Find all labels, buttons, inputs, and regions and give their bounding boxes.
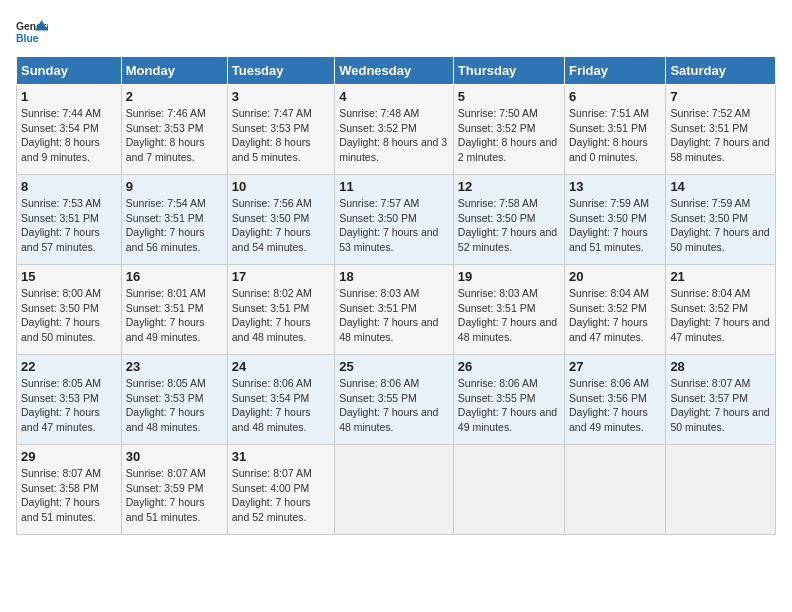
day-info: Sunrise: 8:04 AMSunset: 3:52 PMDaylight:… [670, 287, 769, 343]
day-number: 23 [126, 359, 223, 374]
day-number: 31 [232, 449, 330, 464]
day-number: 26 [458, 359, 560, 374]
day-number: 8 [21, 179, 117, 194]
day-info: Sunrise: 8:05 AMSunset: 3:53 PMDaylight:… [126, 377, 206, 433]
week-row-4: 22 Sunrise: 8:05 AMSunset: 3:53 PMDaylig… [17, 355, 776, 445]
day-number: 27 [569, 359, 661, 374]
calendar-cell [335, 445, 454, 535]
week-row-5: 29 Sunrise: 8:07 AMSunset: 3:58 PMDaylig… [17, 445, 776, 535]
calendar-cell [666, 445, 776, 535]
day-number: 30 [126, 449, 223, 464]
day-number: 21 [670, 269, 771, 284]
calendar-cell: 24 Sunrise: 8:06 AMSunset: 3:54 PMDaylig… [227, 355, 334, 445]
day-info: Sunrise: 7:51 AMSunset: 3:51 PMDaylight:… [569, 107, 649, 163]
calendar-cell: 5 Sunrise: 7:50 AMSunset: 3:52 PMDayligh… [453, 85, 564, 175]
day-info: Sunrise: 8:07 AMSunset: 3:57 PMDaylight:… [670, 377, 769, 433]
day-info: Sunrise: 7:44 AMSunset: 3:54 PMDaylight:… [21, 107, 101, 163]
calendar-cell: 23 Sunrise: 8:05 AMSunset: 3:53 PMDaylig… [121, 355, 227, 445]
day-number: 22 [21, 359, 117, 374]
calendar-cell: 9 Sunrise: 7:54 AMSunset: 3:51 PMDayligh… [121, 175, 227, 265]
calendar-cell: 19 Sunrise: 8:03 AMSunset: 3:51 PMDaylig… [453, 265, 564, 355]
day-info: Sunrise: 8:04 AMSunset: 3:52 PMDaylight:… [569, 287, 649, 343]
calendar-cell: 15 Sunrise: 8:00 AMSunset: 3:50 PMDaylig… [17, 265, 122, 355]
day-info: Sunrise: 7:54 AMSunset: 3:51 PMDaylight:… [126, 197, 206, 253]
day-number: 29 [21, 449, 117, 464]
day-number: 28 [670, 359, 771, 374]
calendar-cell: 26 Sunrise: 8:06 AMSunset: 3:55 PMDaylig… [453, 355, 564, 445]
day-info: Sunrise: 8:03 AMSunset: 3:51 PMDaylight:… [458, 287, 557, 343]
day-number: 10 [232, 179, 330, 194]
calendar-cell: 11 Sunrise: 7:57 AMSunset: 3:50 PMDaylig… [335, 175, 454, 265]
header-thursday: Thursday [453, 57, 564, 85]
calendar-cell: 18 Sunrise: 8:03 AMSunset: 3:51 PMDaylig… [335, 265, 454, 355]
calendar-cell: 10 Sunrise: 7:56 AMSunset: 3:50 PMDaylig… [227, 175, 334, 265]
calendar-cell: 27 Sunrise: 8:06 AMSunset: 3:56 PMDaylig… [565, 355, 666, 445]
header-saturday: Saturday [666, 57, 776, 85]
day-info: Sunrise: 7:59 AMSunset: 3:50 PMDaylight:… [670, 197, 769, 253]
week-row-2: 8 Sunrise: 7:53 AMSunset: 3:51 PMDayligh… [17, 175, 776, 265]
calendar-cell: 30 Sunrise: 8:07 AMSunset: 3:59 PMDaylig… [121, 445, 227, 535]
day-number: 7 [670, 89, 771, 104]
day-info: Sunrise: 8:07 AMSunset: 3:59 PMDaylight:… [126, 467, 206, 523]
header-wednesday: Wednesday [335, 57, 454, 85]
day-info: Sunrise: 8:01 AMSunset: 3:51 PMDaylight:… [126, 287, 206, 343]
calendar-cell: 3 Sunrise: 7:47 AMSunset: 3:53 PMDayligh… [227, 85, 334, 175]
header-friday: Friday [565, 57, 666, 85]
day-number: 20 [569, 269, 661, 284]
calendar-table: SundayMondayTuesdayWednesdayThursdayFrid… [16, 56, 776, 535]
calendar-cell: 20 Sunrise: 8:04 AMSunset: 3:52 PMDaylig… [565, 265, 666, 355]
day-info: Sunrise: 7:59 AMSunset: 3:50 PMDaylight:… [569, 197, 649, 253]
calendar-cell: 8 Sunrise: 7:53 AMSunset: 3:51 PMDayligh… [17, 175, 122, 265]
day-number: 12 [458, 179, 560, 194]
calendar-cell: 29 Sunrise: 8:07 AMSunset: 3:58 PMDaylig… [17, 445, 122, 535]
day-number: 5 [458, 89, 560, 104]
calendar-cell [453, 445, 564, 535]
calendar-cell: 12 Sunrise: 7:58 AMSunset: 3:50 PMDaylig… [453, 175, 564, 265]
day-number: 6 [569, 89, 661, 104]
day-info: Sunrise: 8:05 AMSunset: 3:53 PMDaylight:… [21, 377, 101, 433]
day-number: 4 [339, 89, 449, 104]
week-row-1: 1 Sunrise: 7:44 AMSunset: 3:54 PMDayligh… [17, 85, 776, 175]
day-number: 3 [232, 89, 330, 104]
day-number: 18 [339, 269, 449, 284]
calendar-cell: 1 Sunrise: 7:44 AMSunset: 3:54 PMDayligh… [17, 85, 122, 175]
calendar-cell: 14 Sunrise: 7:59 AMSunset: 3:50 PMDaylig… [666, 175, 776, 265]
day-info: Sunrise: 8:06 AMSunset: 3:56 PMDaylight:… [569, 377, 649, 433]
week-row-3: 15 Sunrise: 8:00 AMSunset: 3:50 PMDaylig… [17, 265, 776, 355]
day-number: 9 [126, 179, 223, 194]
day-info: Sunrise: 8:02 AMSunset: 3:51 PMDaylight:… [232, 287, 312, 343]
header-row: SundayMondayTuesdayWednesdayThursdayFrid… [17, 57, 776, 85]
calendar-cell: 2 Sunrise: 7:46 AMSunset: 3:53 PMDayligh… [121, 85, 227, 175]
day-info: Sunrise: 7:48 AMSunset: 3:52 PMDaylight:… [339, 107, 447, 163]
day-number: 11 [339, 179, 449, 194]
day-number: 13 [569, 179, 661, 194]
day-info: Sunrise: 7:57 AMSunset: 3:50 PMDaylight:… [339, 197, 438, 253]
svg-text:Blue: Blue [16, 33, 39, 44]
calendar-cell: 16 Sunrise: 8:01 AMSunset: 3:51 PMDaylig… [121, 265, 227, 355]
day-number: 14 [670, 179, 771, 194]
logo-icon: General Blue [16, 16, 48, 48]
day-info: Sunrise: 7:47 AMSunset: 3:53 PMDaylight:… [232, 107, 312, 163]
day-info: Sunrise: 7:56 AMSunset: 3:50 PMDaylight:… [232, 197, 312, 253]
day-number: 16 [126, 269, 223, 284]
day-info: Sunrise: 8:07 AMSunset: 4:00 PMDaylight:… [232, 467, 312, 523]
day-info: Sunrise: 8:00 AMSunset: 3:50 PMDaylight:… [21, 287, 101, 343]
calendar-cell: 13 Sunrise: 7:59 AMSunset: 3:50 PMDaylig… [565, 175, 666, 265]
day-info: Sunrise: 7:52 AMSunset: 3:51 PMDaylight:… [670, 107, 769, 163]
day-number: 15 [21, 269, 117, 284]
header-monday: Monday [121, 57, 227, 85]
header: General Blue [16, 16, 776, 48]
day-number: 19 [458, 269, 560, 284]
day-info: Sunrise: 8:03 AMSunset: 3:51 PMDaylight:… [339, 287, 438, 343]
calendar-cell: 31 Sunrise: 8:07 AMSunset: 4:00 PMDaylig… [227, 445, 334, 535]
calendar-cell: 4 Sunrise: 7:48 AMSunset: 3:52 PMDayligh… [335, 85, 454, 175]
calendar-cell: 6 Sunrise: 7:51 AMSunset: 3:51 PMDayligh… [565, 85, 666, 175]
day-number: 2 [126, 89, 223, 104]
calendar-cell: 17 Sunrise: 8:02 AMSunset: 3:51 PMDaylig… [227, 265, 334, 355]
calendar-cell: 25 Sunrise: 8:06 AMSunset: 3:55 PMDaylig… [335, 355, 454, 445]
day-info: Sunrise: 7:58 AMSunset: 3:50 PMDaylight:… [458, 197, 557, 253]
day-info: Sunrise: 8:06 AMSunset: 3:54 PMDaylight:… [232, 377, 312, 433]
calendar-cell: 7 Sunrise: 7:52 AMSunset: 3:51 PMDayligh… [666, 85, 776, 175]
day-info: Sunrise: 8:06 AMSunset: 3:55 PMDaylight:… [339, 377, 438, 433]
calendar-cell [565, 445, 666, 535]
